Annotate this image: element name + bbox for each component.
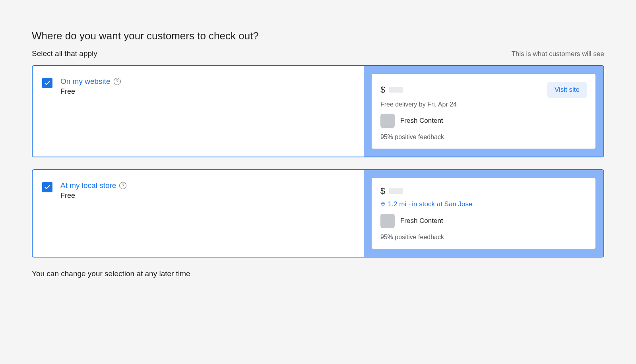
price-placeholder	[389, 87, 403, 93]
page-title: Where do you want your customers to chec…	[32, 30, 604, 42]
subtitle-row: Select all that apply This is what custo…	[32, 49, 604, 58]
help-icon[interactable]: ?	[114, 78, 121, 85]
stock-text: 1.2 mi · in stock at San Jose	[388, 200, 473, 208]
checkbox-website[interactable]	[42, 78, 52, 88]
option-preview-website: $ Visit site Free delivery by Fri, Apr 2…	[364, 66, 603, 157]
merchant-avatar	[380, 214, 395, 228]
option-title-local-store: At my local store	[60, 181, 116, 190]
preview-label: This is what customers will see	[512, 50, 604, 58]
map-pin-icon	[380, 201, 386, 208]
visit-site-button[interactable]: Visit site	[547, 82, 587, 98]
price-row: $	[380, 85, 403, 95]
dollar-sign: $	[380, 85, 385, 95]
preview-top-row: $ Visit site	[380, 82, 587, 98]
option-title-website: On my website	[60, 77, 111, 86]
price-row: $	[380, 186, 587, 196]
feedback-text: 95% positive feedback	[380, 234, 587, 241]
option-left: On my website ? Free	[33, 66, 364, 157]
option-text: On my website ? Free	[60, 77, 121, 96]
option-title-row: At my local store ?	[60, 181, 126, 190]
merchant-row: Fresh Content	[380, 214, 587, 228]
merchant-name: Fresh Content	[400, 117, 443, 125]
merchant-row: Fresh Content	[380, 114, 587, 128]
subtitle: Select all that apply	[32, 49, 97, 58]
checkmark-icon	[44, 79, 51, 87]
option-sub: Free	[60, 87, 121, 96]
delivery-text: Free delivery by Fri, Apr 24	[380, 101, 587, 108]
dollar-sign: $	[380, 186, 385, 196]
merchant-name: Fresh Content	[400, 217, 443, 225]
checkbox-local-store[interactable]	[42, 182, 52, 192]
option-sub: Free	[60, 192, 126, 200]
help-icon[interactable]: ?	[119, 182, 126, 189]
stock-row: 1.2 mi · in stock at San Jose	[380, 200, 587, 208]
merchant-avatar	[380, 114, 395, 128]
preview-card: $ 1.2 mi · in stock at San Jose Fresh Co…	[372, 178, 595, 249]
option-card-local-store: At my local store ? Free $ 1.2 mi · in s…	[32, 169, 604, 258]
footer-note: You can change your selection at any lat…	[32, 269, 604, 278]
option-card-website: On my website ? Free $ Visit site Free d…	[32, 65, 604, 157]
feedback-text: 95% positive feedback	[380, 134, 587, 141]
preview-card: $ Visit site Free delivery by Fri, Apr 2…	[372, 74, 595, 149]
option-title-row: On my website ?	[60, 77, 121, 86]
price-placeholder	[389, 188, 403, 194]
checkmark-icon	[44, 184, 51, 191]
option-left: At my local store ? Free	[33, 170, 364, 257]
option-text: At my local store ? Free	[60, 181, 126, 200]
option-preview-local-store: $ 1.2 mi · in stock at San Jose Fresh Co…	[364, 170, 603, 257]
